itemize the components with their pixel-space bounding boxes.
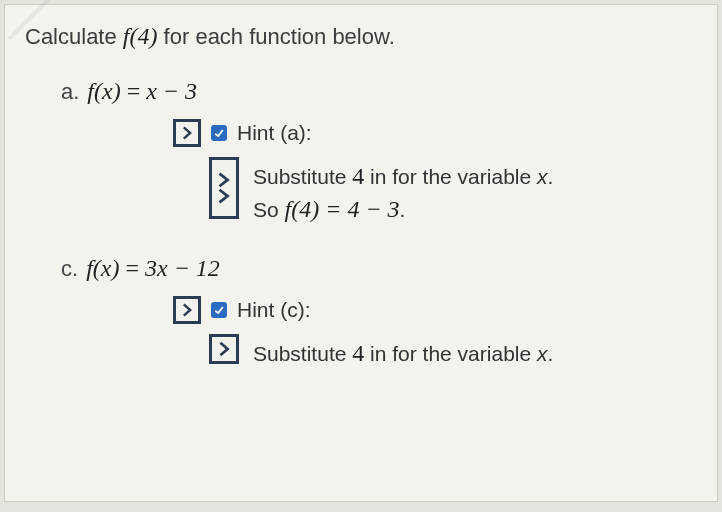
hint-c-text-block: Substitute 4 in for the variable x. [253,334,553,373]
hint-a-text-block: Substitute 4 in for the variable x. So f… [253,157,553,229]
item-a: a. f(x) = x − 3 Hint (a): [61,78,705,229]
hint-a-body: Substitute 4 in for the variable x. So f… [209,157,705,229]
item-c: c. f(x) = 3x − 12 Hint (c): [61,255,705,373]
chevron-right-icon [179,302,195,318]
double-chevron-right-icon [215,167,233,209]
hint-a-line2: So f(4) = 4 − 3. [253,196,553,223]
hint-c-line1: Substitute 4 in for the variable x. [253,340,553,367]
hint-c-label: Hint (c): [237,298,311,322]
expand-hint-a-steps-button[interactable] [209,157,239,219]
prompt-post: for each function below. [158,24,395,49]
hint-a-label: Hint (a): [237,121,312,145]
check-icon [213,127,225,139]
expand-hint-c-button[interactable] [173,296,201,324]
hint-c-body: Substitute 4 in for the variable x. [209,334,705,373]
item-a-formula: f(x) = x − 3 [87,78,197,105]
check-icon [213,304,225,316]
item-c-letter: c. [61,256,78,282]
prompt-line: Calculate f(4) for each function below. [25,23,705,50]
prompt-pre: Calculate [25,24,123,49]
item-a-letter: a. [61,79,79,105]
expand-hint-c-steps-button[interactable] [209,334,239,364]
hint-c-checkbox[interactable] [211,302,227,318]
expand-hint-a-button[interactable] [173,119,201,147]
hint-a-line1: Substitute 4 in for the variable x. [253,163,553,190]
chevron-right-icon [179,125,195,141]
prompt-fn: f(4) [123,23,158,49]
item-c-header: c. f(x) = 3x − 12 [61,255,705,282]
item-c-formula: f(x) = 3x − 12 [86,255,220,282]
hint-a-toggle-row: Hint (a): [173,119,705,147]
chevron-right-icon [215,340,233,358]
item-a-header: a. f(x) = x − 3 [61,78,705,105]
hint-a-checkbox[interactable] [211,125,227,141]
hint-c-toggle-row: Hint (c): [173,296,705,324]
